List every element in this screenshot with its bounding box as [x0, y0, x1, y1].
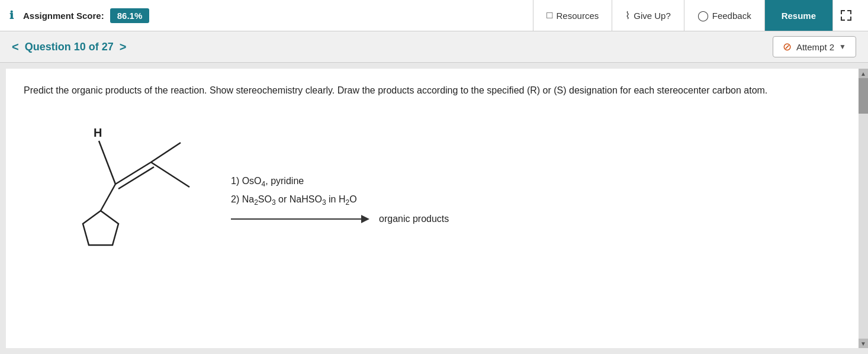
reaction-arrow [231, 215, 369, 223]
attempt-button[interactable]: ⊘ Attempt 2 ▼ [773, 36, 856, 57]
assignment-score: ℹ Assignment Score: 86.1% [9, 8, 149, 23]
molecule-diagram: H [24, 110, 213, 276]
assignment-score-label: Assignment Score: [23, 11, 104, 21]
svg-line-5 [151, 143, 181, 162]
resume-button[interactable]: Resume [764, 0, 832, 31]
resources-button[interactable]: □ Resources [533, 0, 612, 31]
question-nav: < Question 10 of 27 > ⊘ Attempt 2 ▼ [0, 31, 868, 63]
feedback-label: Feedback [712, 11, 751, 21]
top-bar: ℹ Assignment Score: 86.1% □ Resources ⌇ … [0, 0, 868, 31]
svg-line-7 [99, 141, 115, 184]
give-up-icon: ⌇ [625, 9, 630, 22]
resources-label: Resources [557, 11, 599, 21]
svg-line-4 [118, 167, 154, 189]
reaction-area: 1) OsO4, pyridine 2) Na2SO3 or NaHSO3 in… [213, 173, 841, 225]
question-nav-left: < Question 10 of 27 > [12, 40, 126, 54]
scrollbar-down-button[interactable]: ▼ [859, 339, 868, 348]
give-up-label: Give Up? [634, 11, 671, 21]
scrollbar-track[interactable]: ▲ ▼ [859, 69, 868, 348]
reaction-step1: 1) OsO4, pyridine [231, 173, 304, 191]
prev-question-button[interactable]: < [12, 40, 19, 54]
question-counter: Question 10 of 27 [25, 41, 114, 53]
feedback-icon: ◯ [697, 9, 709, 22]
attempt-dropdown-icon: ▼ [839, 43, 846, 51]
info-icon[interactable]: ℹ [9, 9, 14, 22]
attempt-icon: ⊘ [783, 40, 792, 53]
svg-marker-1 [83, 211, 118, 245]
svg-line-3 [115, 162, 151, 184]
question-text: Predict the organic products of the reac… [24, 83, 841, 98]
chem-area: H [24, 110, 841, 276]
scrollbar-thumb[interactable] [859, 78, 868, 114]
reaction-step2: 2) Na2SO3 or NaHSO3 in H2O [231, 191, 357, 210]
expand-icon[interactable] [832, 0, 859, 31]
organic-products-text: organic products [379, 214, 449, 224]
question-panel: Predict the organic products of the reac… [6, 69, 859, 348]
svg-text:H: H [94, 126, 102, 139]
svg-line-6 [151, 162, 189, 187]
feedback-button[interactable]: ◯ Feedback [684, 0, 764, 31]
next-question-button[interactable]: > [120, 40, 127, 54]
arrow-line [231, 218, 361, 220]
svg-line-2 [101, 184, 115, 211]
attempt-label: Attempt 2 [796, 42, 834, 52]
resources-icon: □ [546, 9, 552, 21]
reaction-arrow-row: organic products [231, 214, 449, 224]
score-badge: 86.1% [110, 8, 150, 23]
give-up-button[interactable]: ⌇ Give Up? [612, 0, 684, 31]
top-nav: □ Resources ⌇ Give Up? ◯ Feedback Resume [533, 0, 859, 31]
arrow-head [361, 215, 369, 223]
main-content: Predict the organic products of the reac… [0, 63, 868, 354]
scrollbar-up-button[interactable]: ▲ [859, 69, 868, 78]
